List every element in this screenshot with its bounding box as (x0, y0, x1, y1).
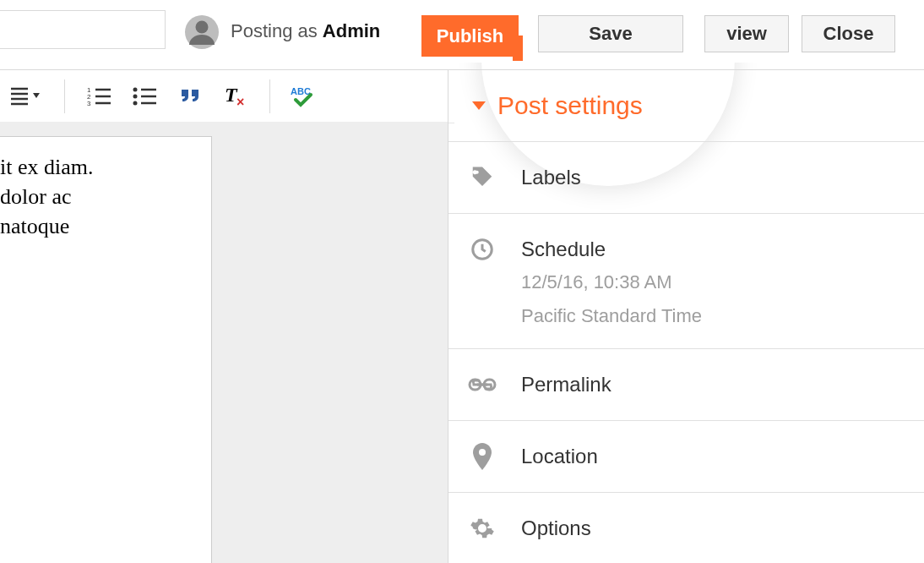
svg-point-16 (133, 95, 138, 99)
save-button-label: Save (589, 23, 632, 45)
editor-line: dolor ac (0, 182, 211, 211)
align-button[interactable] (7, 83, 44, 110)
preview-button-label: view (726, 23, 767, 45)
sidebar-item-options[interactable]: Options (448, 493, 924, 563)
sidebar-item-labels[interactable]: Labels (448, 142, 924, 214)
numbered-list-button[interactable]: 123 (85, 83, 112, 110)
svg-text:3: 3 (87, 100, 91, 107)
options-label: Options (521, 513, 591, 540)
svg-text:×: × (236, 95, 244, 108)
schedule-tz: Pacific Standard Time (521, 303, 702, 329)
location-label: Location (521, 441, 598, 468)
topbar: Posting as Admin Publish Save view Close (0, 0, 924, 63)
post-title-input[interactable] (0, 10, 166, 49)
gear-icon (467, 513, 497, 544)
posting-as-user: Admin (323, 20, 380, 41)
posting-as-prefix: Posting as (231, 20, 323, 41)
svg-point-17 (133, 101, 138, 106)
post-settings-sidebar: Post settings Labels Schedule 12/5/16, 1… (448, 69, 924, 563)
svg-point-26 (479, 449, 486, 456)
sidebar-item-schedule[interactable]: Schedule 12/5/16, 10:38 AM Pacific Stand… (448, 214, 924, 349)
sidebar-item-permalink[interactable]: Permalink (448, 349, 924, 421)
post-settings-header[interactable]: Post settings (448, 69, 924, 142)
bullet-list-button[interactable] (131, 83, 158, 110)
schedule-label: Schedule (521, 234, 702, 261)
svg-marker-5 (33, 93, 40, 98)
editor-line: it ex diam. (0, 152, 211, 182)
save-button[interactable]: Save (538, 15, 683, 52)
toolbar-divider (64, 79, 65, 113)
clock-icon (467, 234, 497, 265)
preview-button[interactable]: view (704, 15, 789, 52)
labels-label: Labels (521, 162, 581, 189)
schedule-time: 12/5/16, 10:38 AM (521, 270, 702, 295)
remove-formatting-button[interactable]: T× (222, 83, 249, 110)
publish-button[interactable]: Publish (421, 15, 519, 57)
caret-down-icon (472, 101, 486, 110)
blockquote-button[interactable] (177, 83, 204, 110)
svg-point-0 (196, 21, 209, 34)
editor-body[interactable]: it ex diam. dolor ac natoque (0, 136, 212, 563)
location-pin-icon (467, 441, 497, 472)
close-button-label: Close (823, 23, 874, 45)
link-icon (467, 369, 497, 400)
post-settings-title: Post settings (497, 91, 643, 120)
sidebar-item-location[interactable]: Location (448, 421, 924, 493)
editor-toolbar: 123 T× ABC (0, 69, 454, 123)
svg-text:ABC: ABC (291, 86, 311, 96)
close-button[interactable]: Close (802, 15, 895, 52)
spellcheck-button[interactable]: ABC (291, 83, 318, 110)
toolbar-divider (269, 79, 270, 113)
publish-button-label: Publish (437, 25, 503, 47)
svg-point-15 (133, 88, 138, 92)
avatar (185, 15, 219, 49)
editor-pane: 123 T× ABC it ex diam. dolor ac natoque (0, 69, 448, 563)
editor-line: natoque (0, 211, 211, 241)
svg-point-21 (476, 171, 479, 174)
editor-background: it ex diam. dolor ac natoque (0, 122, 448, 563)
tag-icon (467, 162, 497, 193)
posting-as-label: Posting as Admin (231, 20, 380, 42)
permalink-label: Permalink (521, 369, 611, 396)
